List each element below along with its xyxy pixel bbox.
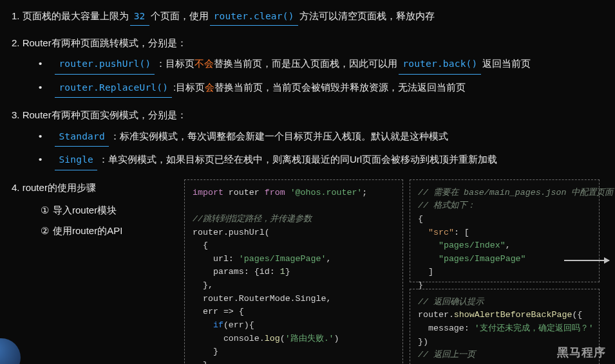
code-area: import router from '@ohos.router'; //跳转到… (184, 179, 600, 364)
item-1: 1. 页面栈的最大容量上限为32个页面，使用router.clear()方法可以… (12, 8, 603, 26)
arrow-icon (564, 260, 609, 261)
item-2: 2. Router有两种页面跳转模式，分别是： router.pushUrl()… (12, 35, 603, 98)
sublist-2: router.pushUrl()：目标页不会替换当前页，而是压入页面栈，因此可以… (39, 55, 603, 98)
item-4: 4. router的使用步骤 ①导入router模块 ②使用router的API… (12, 179, 603, 364)
step-2: ②使用router的API (39, 223, 173, 239)
step-1: ①导入router模块 (39, 202, 173, 219)
steps-list: ①导入router模块 ②使用router的API (39, 202, 173, 239)
blank-32: 32 (130, 8, 149, 26)
content-list: 1. 页面栈的最大容量上限为32个页面，使用router.clear()方法可以… (12, 8, 603, 364)
title-3: Router有两种页面实例模式，分别是： (23, 109, 187, 120)
num-2: 2. (12, 37, 20, 48)
sub-3-1: Standard：标准实例模式，每次调整都会新建一个目标页并压入栈顶。默认就是这… (39, 127, 603, 147)
blank-single: Single (55, 151, 97, 170)
blank-back: router.back() (399, 55, 481, 75)
code-box-config: // 需要在 base/main_pages.json 中配置页面 // 格式如… (410, 179, 600, 282)
sub-2-1: router.pushUrl()：目标页不会替换当前页，而是压入页面栈，因此可以… (39, 55, 603, 75)
t: 页面栈的最大容量上限为 (23, 10, 129, 21)
watermark: 黑马程序 (557, 345, 606, 360)
kw-not: 不会 (194, 58, 214, 69)
sub-3-2: Single：单实例模式，如果目标页已经在栈中，则离栈顶最近的同Url页面会被移… (39, 150, 603, 170)
blank-replaceurl: router.ReplaceUrl() (55, 79, 172, 98)
title-2: Router有两种页面跳转模式，分别是： (23, 37, 187, 48)
t: 方法可以清空页面栈，释放内存 (299, 10, 435, 21)
sublist-3: Standard：标准实例模式，每次调整都会新建一个目标页并压入栈顶。默认就是这… (39, 127, 603, 170)
blank-clear: router.clear() (210, 8, 298, 26)
blank-pushurl: router.pushUrl() (55, 55, 155, 75)
t: 个页面，使用 (151, 10, 209, 21)
item-3: 3. Router有两种页面实例模式，分别是： Standard：标准实例模式，… (12, 107, 603, 170)
code-box-pushurl: import router from '@ohos.router'; //跳转到… (184, 179, 403, 364)
kw-will: 会 (205, 82, 214, 93)
sub-2-2: router.ReplaceUrl():目标页会替换当前页，当前页会被销毁并释放… (39, 78, 603, 98)
num-1: 1. (12, 10, 20, 21)
num-3: 3. (12, 109, 20, 120)
num-4: 4. (12, 182, 20, 193)
title-4: router的使用步骤 (23, 182, 96, 193)
blank-standard: Standard (55, 128, 108, 147)
